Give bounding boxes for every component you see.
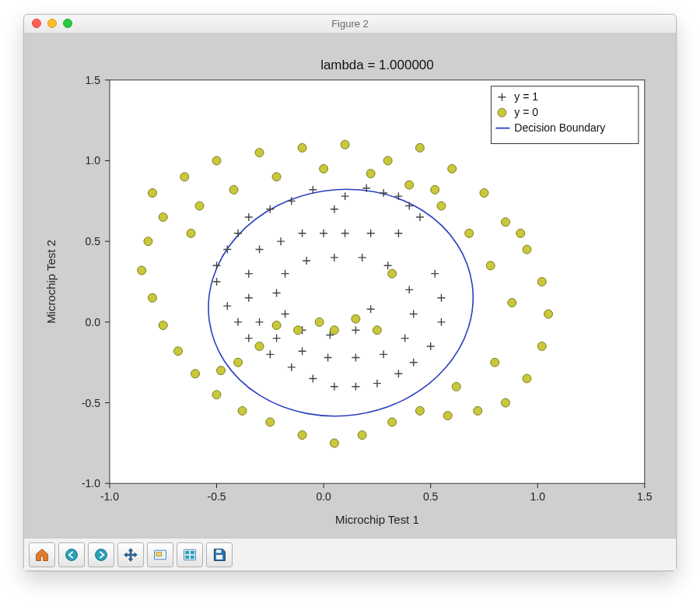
svg-text:-0.5: -0.5 — [208, 490, 226, 503]
svg-text:y = 1: y = 1 — [514, 90, 538, 103]
svg-point-61 — [437, 202, 446, 210]
svg-point-48 — [266, 418, 275, 426]
move-icon — [123, 547, 138, 563]
svg-text:-1.0: -1.0 — [100, 490, 119, 503]
y-axis-label: Microchip Test 2 — [44, 240, 58, 324]
svg-point-68 — [315, 318, 324, 326]
svg-point-29 — [341, 140, 349, 149]
legend: y = 1y = 0Decision Boundary — [491, 86, 638, 144]
svg-point-90 — [96, 549, 107, 560]
svg-rect-83 — [491, 86, 638, 144]
x-axis-label: Microchip Test 1 — [335, 513, 419, 526]
svg-point-67 — [320, 164, 328, 173]
window-title: Figure 2 — [24, 18, 676, 30]
svg-text:y = 0: y = 0 — [514, 106, 538, 118]
svg-rect-98 — [216, 549, 222, 553]
svg-text:0.5: 0.5 — [423, 490, 439, 503]
svg-point-85 — [498, 108, 506, 117]
svg-point-25 — [180, 173, 189, 181]
svg-text:0.0: 0.0 — [86, 316, 101, 328]
svg-point-56 — [144, 237, 152, 246]
plot-area: -1.0-0.50.00.51.01.5-1.0-0.50.00.51.01.5… — [24, 33, 676, 538]
svg-point-69 — [294, 326, 303, 335]
svg-point-33 — [480, 188, 488, 197]
forward-button[interactable] — [88, 542, 114, 567]
svg-text:1.0: 1.0 — [86, 154, 101, 167]
svg-text:1.5: 1.5 — [86, 74, 101, 86]
svg-text:-1.0: -1.0 — [82, 477, 100, 489]
svg-point-74 — [352, 314, 360, 323]
svg-point-59 — [486, 261, 495, 270]
save-button[interactable] — [206, 542, 233, 567]
svg-rect-96 — [185, 555, 189, 558]
svg-point-51 — [191, 370, 200, 378]
svg-rect-95 — [191, 551, 194, 554]
svg-point-43 — [415, 406, 424, 415]
svg-point-44 — [388, 418, 397, 426]
svg-rect-94 — [185, 551, 189, 554]
arrow-right-icon — [93, 547, 109, 563]
figure-window: Figure 2 -1.0-0.50.00.51.01.5-1.0-0.50.0… — [23, 14, 677, 571]
subplots-icon — [182, 547, 198, 563]
svg-point-58 — [508, 298, 516, 307]
svg-point-39 — [523, 374, 531, 383]
svg-point-82 — [516, 229, 525, 237]
zoom-button[interactable] — [147, 542, 173, 567]
svg-point-46 — [330, 439, 338, 447]
svg-point-78 — [452, 382, 460, 391]
svg-point-50 — [212, 391, 221, 399]
svg-point-55 — [138, 266, 146, 275]
svg-rect-97 — [191, 555, 194, 558]
svg-point-24 — [149, 188, 157, 197]
svg-point-35 — [523, 245, 531, 254]
svg-point-27 — [255, 149, 264, 157]
svg-point-81 — [491, 358, 499, 367]
svg-point-31 — [415, 143, 424, 152]
svg-point-54 — [149, 293, 157, 302]
home-button[interactable] — [29, 542, 55, 567]
svg-point-77 — [217, 367, 226, 375]
svg-text:0.5: 0.5 — [86, 235, 101, 247]
svg-point-62 — [405, 181, 414, 189]
svg-point-45 — [358, 431, 366, 440]
back-button[interactable] — [58, 542, 85, 567]
window-controls — [32, 19, 72, 28]
chart-title: lambda = 1.000000 — [320, 58, 434, 72]
svg-point-26 — [212, 156, 221, 165]
svg-point-30 — [383, 156, 392, 165]
zoom-icon[interactable] — [63, 19, 72, 28]
chart-canvas: -1.0-0.50.00.51.01.5-1.0-0.50.00.51.01.5… — [24, 33, 676, 538]
svg-point-73 — [330, 326, 338, 335]
svg-point-34 — [501, 218, 509, 226]
svg-point-42 — [443, 412, 452, 420]
svg-point-36 — [537, 278, 546, 286]
svg-point-38 — [537, 342, 546, 350]
svg-point-66 — [272, 173, 281, 181]
svg-rect-99 — [216, 555, 222, 560]
minimize-icon[interactable] — [47, 19, 57, 28]
svg-point-53 — [159, 321, 167, 330]
svg-text:1.0: 1.0 — [530, 490, 546, 503]
pan-button[interactable] — [117, 542, 144, 567]
svg-text:-0.5: -0.5 — [82, 397, 100, 409]
svg-point-32 — [448, 164, 457, 173]
svg-point-52 — [174, 347, 183, 356]
svg-point-72 — [234, 358, 243, 367]
close-icon[interactable] — [32, 19, 41, 28]
svg-point-41 — [474, 406, 482, 415]
svg-point-89 — [66, 549, 78, 560]
svg-point-65 — [229, 185, 238, 194]
svg-rect-92 — [156, 552, 162, 556]
titlebar: Figure 2 — [24, 15, 676, 33]
figure-toolbar — [24, 538, 676, 570]
svg-point-75 — [373, 326, 381, 335]
home-icon — [34, 547, 50, 563]
svg-point-71 — [255, 342, 264, 350]
svg-point-28 — [298, 143, 306, 152]
svg-point-57 — [159, 213, 167, 222]
zoom-rect-icon — [152, 547, 168, 563]
save-icon — [212, 547, 227, 563]
config-button[interactable] — [177, 542, 203, 567]
svg-text:Decision Boundary: Decision Boundary — [514, 121, 605, 134]
svg-point-64 — [195, 202, 204, 210]
